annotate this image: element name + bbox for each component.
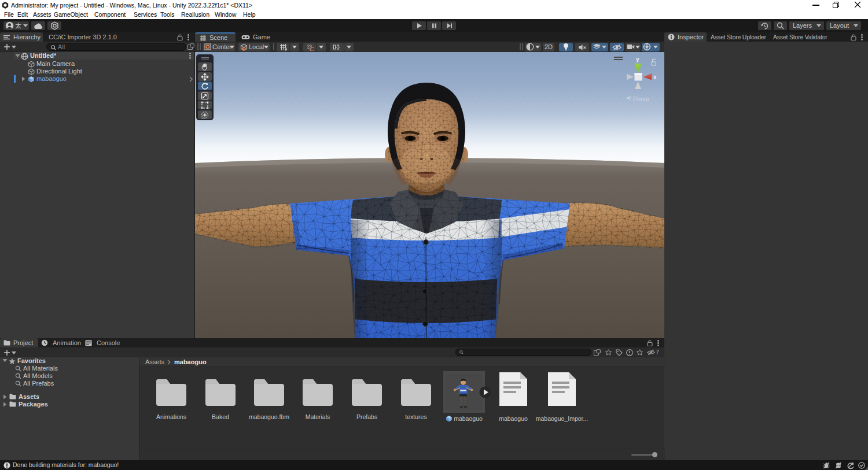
svg-text:Persp: Persp — [633, 95, 649, 102]
svg-text:y: y — [636, 56, 639, 62]
svg-text:x: x — [653, 74, 657, 80]
